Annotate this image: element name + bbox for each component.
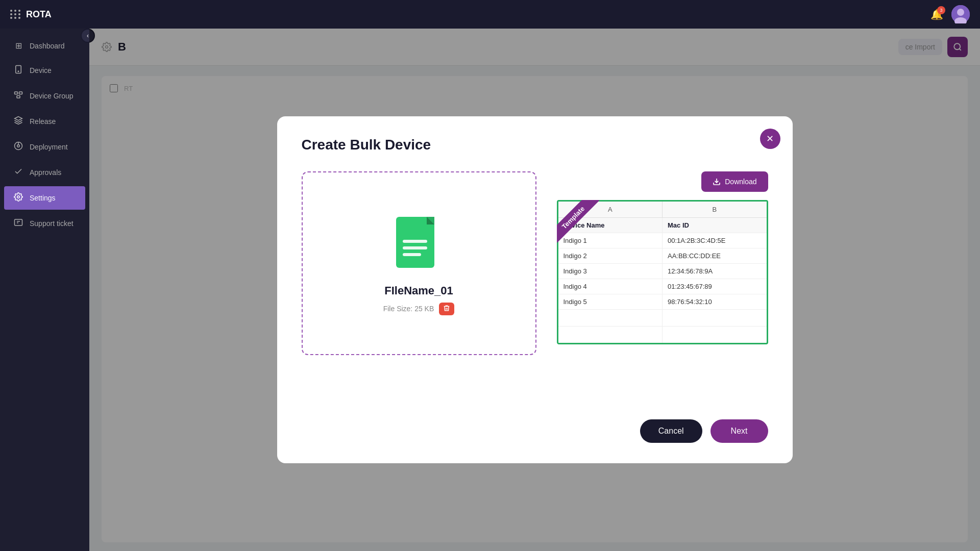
mac-id-cell-empty xyxy=(663,310,767,326)
notifications-button[interactable]: 🔔 3 xyxy=(930,8,943,20)
table-row xyxy=(558,310,767,327)
sidebar-label-device: Device xyxy=(30,66,52,74)
sidebar-item-dashboard[interactable]: ⊞ Dashboard xyxy=(4,35,85,57)
topbar: ROTA 🔔 3 xyxy=(0,0,980,29)
main-content: B ce Import RT ✕ Create Bulk De xyxy=(89,29,980,551)
sidebar-item-device-group[interactable]: Device Group xyxy=(4,84,85,108)
svg-rect-22 xyxy=(403,246,427,249)
grid-icon xyxy=(10,10,21,19)
sidebar: ⊞ Dashboard Device Device Group Release … xyxy=(0,29,89,551)
table-row: Indigo 3 12:34:56:78:9A xyxy=(558,264,767,279)
sidebar-label-dashboard: Dashboard xyxy=(30,42,65,50)
app-logo: ROTA xyxy=(10,9,52,20)
close-icon: ✕ xyxy=(766,133,774,144)
col-b-header: B xyxy=(663,202,767,217)
svg-point-1 xyxy=(957,9,964,16)
trash-icon xyxy=(443,305,450,312)
modal-body: FIleName_01 File Size: 25 KB Download xyxy=(302,171,768,401)
dashboard-icon: ⊞ xyxy=(13,41,23,51)
file-name-label: FIleName_01 xyxy=(384,284,453,297)
sidebar-label-release: Release xyxy=(30,117,56,126)
cancel-button[interactable]: Cancel xyxy=(640,419,702,443)
svg-rect-5 xyxy=(15,92,18,94)
approvals-icon xyxy=(13,167,23,178)
mac-id-cell-empty xyxy=(663,327,767,343)
mac-id-cell: 12:34:56:78:9A xyxy=(663,264,767,279)
device-icon xyxy=(13,65,23,76)
modal-close-button[interactable]: ✕ xyxy=(760,129,780,149)
mac-id-cell: AA:BB:CC:DD:EE xyxy=(663,248,767,263)
modal-footer: Cancel Next xyxy=(302,419,768,443)
svg-point-9 xyxy=(17,145,20,147)
sidebar-label-device-group: Device Group xyxy=(30,92,74,100)
sidebar-item-approvals[interactable]: Approvals xyxy=(4,161,85,184)
sidebar-item-deployment[interactable]: Deployment xyxy=(4,135,85,159)
sidebar-item-settings[interactable]: Settings xyxy=(4,186,85,210)
template-preview-container: Template A B Device Name Mac ID xyxy=(557,200,768,344)
device-name-cell-empty xyxy=(558,310,663,326)
mac-id-cell: 01:23:45:67:89 xyxy=(663,279,767,294)
sidebar-label-support: Support ticket xyxy=(30,219,74,228)
sidebar-item-support[interactable]: Support ticket xyxy=(4,212,85,235)
settings-icon xyxy=(13,192,23,204)
topbar-actions: 🔔 3 xyxy=(930,5,970,23)
notif-badge: 3 xyxy=(937,6,945,14)
sidebar-item-device[interactable]: Device xyxy=(4,59,85,82)
table-row xyxy=(558,327,767,343)
device-group-icon xyxy=(13,90,23,102)
file-document-icon xyxy=(394,212,445,273)
file-size-text: File Size: 25 KB xyxy=(383,305,434,313)
svg-point-11 xyxy=(17,196,20,198)
sidebar-label-settings: Settings xyxy=(30,194,56,202)
svg-point-4 xyxy=(18,71,19,72)
sidebar-item-release[interactable]: Release xyxy=(4,110,85,133)
device-name-cell-empty xyxy=(558,327,663,343)
template-preview-side: Download Template A B xyxy=(557,171,768,344)
mac-id-cell: 00:1A:2B:3C:4D:5E xyxy=(663,233,767,248)
mac-id-header: Mac ID xyxy=(663,218,767,233)
svg-rect-23 xyxy=(403,253,421,256)
download-template-button[interactable]: Download xyxy=(701,171,768,192)
device-name-cell: Indigo 4 xyxy=(558,279,663,294)
table-row: Indigo 5 98:76:54:32:10 xyxy=(558,294,767,310)
modal-backdrop: ✕ Create Bulk Device xyxy=(89,29,980,551)
svg-rect-21 xyxy=(403,240,427,243)
device-name-cell: Indigo 3 xyxy=(558,264,663,279)
next-button[interactable]: Next xyxy=(710,419,768,443)
modal-title: Create Bulk Device xyxy=(302,137,768,153)
file-upload-area[interactable]: FIleName_01 File Size: 25 KB xyxy=(302,171,536,355)
sidebar-label-approvals: Approvals xyxy=(30,168,61,177)
release-icon xyxy=(13,116,23,127)
svg-rect-7 xyxy=(17,96,20,98)
delete-file-button[interactable] xyxy=(439,303,454,315)
file-size-row: File Size: 25 KB xyxy=(383,303,455,315)
template-ribbon-text: Template xyxy=(557,200,599,244)
file-icon-wrapper xyxy=(394,212,445,275)
table-row: Indigo 4 01:23:45:67:89 xyxy=(558,279,767,294)
support-icon xyxy=(13,218,23,229)
download-label: Download xyxy=(725,178,756,186)
avatar[interactable] xyxy=(951,5,970,23)
download-icon xyxy=(713,178,721,186)
app-name: ROTA xyxy=(26,9,52,20)
template-ribbon: Template xyxy=(557,200,608,251)
create-bulk-device-modal: ✕ Create Bulk Device xyxy=(277,116,793,463)
svg-rect-6 xyxy=(19,92,22,94)
mac-id-cell: 98:76:54:32:10 xyxy=(663,294,767,309)
device-name-cell: Indigo 5 xyxy=(558,294,663,309)
deployment-icon xyxy=(13,141,23,153)
sidebar-label-deployment: Deployment xyxy=(30,143,68,151)
